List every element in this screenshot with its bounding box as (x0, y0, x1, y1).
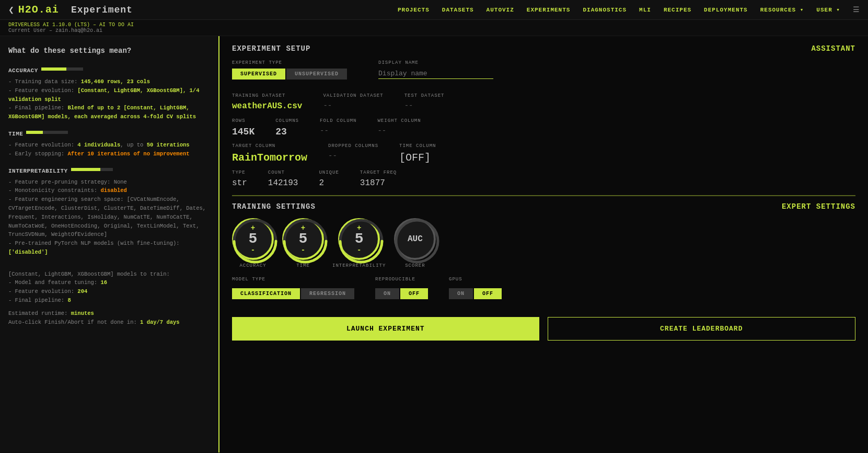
nav-resources[interactable]: RESOURCES ▾ (760, 6, 804, 13)
training-settings-title: TRAINING SETTINGS (232, 202, 316, 211)
launch-experiment-button[interactable]: LAUNCH EXPERIMENT (232, 317, 539, 341)
model-type-group: MODEL TYPE CLASSIFICATION REGRESSION (232, 277, 354, 307)
app-version: DRIVERLESS AI 1.10.0 (LTS) – AI TO DO AI (8, 22, 860, 28)
nav-diagnostics[interactable]: DIAGNOSTICS (583, 7, 627, 13)
dropped-columns-label: DROPPED COLUMNS (328, 143, 378, 149)
svg-point-6 (396, 220, 438, 262)
gpus-on-btn[interactable]: ON (449, 288, 473, 299)
user-info: Current User – zain.haq@h2o.ai (8, 28, 860, 33)
nav-mli[interactable]: MLI (639, 7, 651, 13)
reproducible-toggle: ON OFF (375, 288, 428, 299)
logo-area: ❮ H2O.ai Experiment (8, 4, 133, 16)
top-nav: ❮ H2O.ai Experiment PROJECTS DATASETS AU… (0, 0, 868, 20)
nav-user[interactable]: USER ▾ (816, 6, 840, 13)
fold-column-value[interactable]: -- (320, 127, 356, 135)
interpretability-text: - Feature pre-pruning strategy: None - M… (8, 178, 210, 257)
columns-stat: COLUMNS 23 (275, 118, 299, 137)
training-dataset: TRAINING DATASET weatherAUS.csv (232, 93, 302, 111)
right-panel: EXPERIMENT SETUP ASSISTANT EXPERIMENT TY… (219, 36, 868, 452)
training-settings-header: TRAINING SETTINGS EXPERT SETTINGS (232, 202, 855, 211)
accuracy-dial-container: + 5 - ACCURACY (232, 218, 274, 268)
nav-datasets[interactable]: DATASETS (442, 7, 474, 13)
target-row: TARGET COLUMN RainTomorrow DROPPED COLUM… (232, 143, 855, 164)
classification-btn[interactable]: CLASSIFICATION (232, 288, 300, 299)
reproducible-off-btn[interactable]: OFF (400, 288, 428, 299)
main-layout: What do these settings mean? ACCURACY - … (0, 36, 868, 452)
gpus-off-btn[interactable]: OFF (474, 288, 502, 299)
experiment-setup-header: EXPERIMENT SETUP ASSISTANT (232, 44, 855, 53)
display-name-col: DISPLAY NAME (378, 60, 493, 87)
weight-column-label: WEIGHT COLUMN (377, 118, 421, 123)
nav-deployments[interactable]: DEPLOYMENTS (704, 7, 748, 13)
dropped-columns-item: DROPPED COLUMNS -- (328, 143, 378, 160)
rows-stat: ROWS 145K (232, 118, 254, 137)
scorer-dial[interactable]: AUC (394, 218, 436, 260)
test-dataset: TEST DATASET -- (404, 93, 445, 110)
time-text: - Feature evolution: 4 individuals, up t… (8, 141, 210, 158)
left-panel-heading: What do these settings mean? (8, 47, 210, 55)
left-panel: What do these settings mean? ACCURACY - … (0, 36, 219, 452)
columns-value: 23 (275, 127, 299, 137)
nav-recipes[interactable]: RECIPES (664, 7, 691, 13)
validation-dataset: VALIDATION DATASET -- (323, 93, 383, 110)
gpus-group: GPUS ON OFF (449, 277, 502, 307)
header-sub: DRIVERLESS AI 1.10.0 (LTS) – AI TO DO AI… (0, 20, 868, 36)
interpretability-dial-container: + 5 - INTERPRETABILITY (332, 218, 386, 268)
display-name-input[interactable] (378, 69, 493, 79)
interpretability-label: INTERPRETABILITY (8, 168, 68, 174)
target-freq-stat: TARGET FREQ 31877 (360, 170, 397, 188)
rows-label: ROWS (232, 118, 254, 123)
accuracy-dial: + 5 - (232, 218, 274, 260)
datasets-row: TRAINING DATASET weatherAUS.csv VALIDATI… (232, 93, 855, 111)
validation-dataset-value[interactable]: -- (323, 101, 383, 110)
unsupervised-btn[interactable]: UNSUPERVISED (286, 69, 347, 80)
training-dataset-value[interactable]: weatherAUS.csv (232, 101, 302, 111)
target-column-item: TARGET COLUMN RainTomorrow (232, 143, 307, 164)
time-dial: + 5 - (282, 218, 324, 260)
time-column-label: TIME COLUMN (399, 143, 436, 149)
nav-experiments[interactable]: EXPERIMENTS (527, 7, 571, 13)
supervised-btn[interactable]: SUPERVISED (232, 69, 285, 80)
models-text: [Constant, LightGBM, XGBoostGBM] models … (8, 261, 210, 305)
nav-autoviz[interactable]: AUTOVIZ (487, 7, 514, 13)
interpretability-bar (71, 168, 113, 171)
test-dataset-label: TEST DATASET (404, 93, 445, 98)
menu-icon[interactable]: ☰ (853, 5, 860, 14)
reproducible-on-btn[interactable]: ON (375, 288, 399, 299)
dropped-columns-value[interactable]: -- (328, 152, 378, 160)
time-column-item: TIME COLUMN [OFF] (399, 143, 436, 164)
back-icon[interactable]: ❮ (8, 4, 14, 16)
count-value: 142193 (268, 178, 298, 188)
time-label: TIME (8, 131, 23, 137)
regression-btn[interactable]: REGRESSION (301, 288, 354, 299)
validation-dataset-label: VALIDATION DATASET (323, 93, 383, 98)
columns-label: COLUMNS (275, 118, 299, 123)
model-type-label: MODEL TYPE (232, 277, 354, 282)
exp-type-row: EXPERIMENT TYPE SUPERVISED UNSUPERVISED … (232, 60, 855, 87)
experiment-type-col: EXPERIMENT TYPE SUPERVISED UNSUPERVISED (232, 60, 347, 87)
reproducible-group: REPRODUCIBLE ON OFF (375, 277, 428, 307)
create-leaderboard-button[interactable]: CREATE LEADERBOARD (548, 317, 856, 341)
accuracy-section: ACCURACY - Training data size: 145,460 r… (8, 62, 210, 121)
count-label: COUNT (268, 170, 298, 175)
model-type-row: MODEL TYPE CLASSIFICATION REGRESSION REP… (232, 277, 855, 307)
type-value: str (232, 178, 247, 188)
reproducible-label: REPRODUCIBLE (375, 277, 428, 282)
target-freq-value: 31877 (360, 178, 397, 188)
dials-row: + 5 - ACCURACY + 5 - TIME (232, 218, 855, 268)
scorer-dial-container: AUC SCORER (394, 218, 436, 268)
nav-projects[interactable]: PROJECTS (398, 7, 430, 13)
logo: H2O.ai Experiment (18, 4, 133, 16)
weight-column-value[interactable]: -- (377, 127, 421, 135)
gpus-label: GPUS (449, 277, 502, 282)
assistant-title: ASSISTANT (811, 44, 855, 53)
type-stat: TYPE str (232, 170, 247, 188)
time-column-value[interactable]: [OFF] (399, 152, 436, 164)
accuracy-label: ACCURACY (8, 67, 38, 74)
test-dataset-value[interactable]: -- (404, 101, 445, 110)
runtime-section: Estimated runtime: minutes Auto-click Fi… (8, 309, 210, 327)
unique-label: UNIQUE (319, 170, 339, 175)
expert-settings-title: EXPERT SETTINGS (782, 202, 855, 211)
unique-stat: UNIQUE 2 (319, 170, 339, 188)
target-column-value[interactable]: RainTomorrow (232, 152, 307, 164)
